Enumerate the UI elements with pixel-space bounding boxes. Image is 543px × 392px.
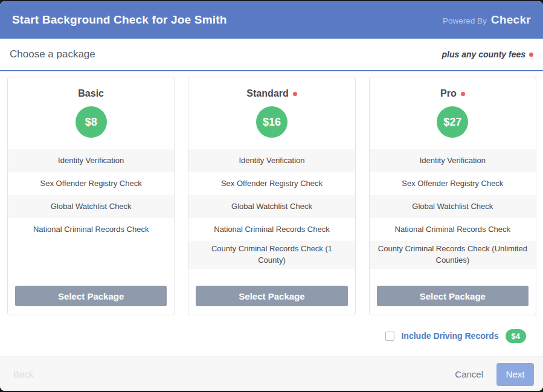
driving-records-price-badge: $4	[506, 329, 526, 343]
required-dot-icon	[293, 92, 297, 96]
county-fees-text: plus any county fees	[442, 50, 525, 59]
feature-item: Sex Offender Registry Check	[188, 172, 355, 195]
package-name: Standard	[246, 88, 288, 99]
modal-header: Start Background Check for Joe Smith Pow…	[0, 1, 543, 39]
feature-item: County Criminal Records Check (Unlimited…	[370, 241, 536, 269]
price-badge-pro: $27	[437, 106, 468, 138]
package-title-basic: Basic	[8, 88, 174, 100]
package-name: Basic	[78, 88, 104, 99]
choose-package-title: Choose a package	[10, 48, 95, 60]
select-package-button-standard[interactable]: Select Package	[196, 286, 347, 306]
select-package-button-basic[interactable]: Select Package	[15, 286, 167, 306]
package-card-standard: Standard $16 Identity Verification Sex O…	[188, 77, 355, 315]
package-title-standard: Standard	[188, 88, 355, 100]
feature-item: Global Watchlist Check	[370, 195, 536, 218]
include-driving-records-label[interactable]: Include Driving Records	[401, 331, 498, 341]
package-cards: Basic $8 Identity Verification Sex Offen…	[0, 71, 543, 315]
select-package-button-pro[interactable]: Select Package	[377, 286, 529, 306]
feature-item: National Criminal Records Check	[188, 218, 355, 241]
price-badge-basic: $8	[76, 106, 107, 138]
checkr-logo: Checkr	[491, 13, 531, 27]
feature-list-basic: Identity Verification Sex Offender Regis…	[8, 149, 174, 241]
feature-item: Identity Verification	[370, 149, 536, 172]
package-card-basic: Basic $8 Identity Verification Sex Offen…	[7, 77, 175, 315]
include-driving-records-checkbox[interactable]	[385, 332, 394, 341]
cancel-button[interactable]: Cancel	[455, 369, 483, 379]
price-badge-standard: $16	[256, 106, 288, 138]
feature-item: Global Watchlist Check	[8, 195, 174, 218]
background-check-modal: Start Background Check for Joe Smith Pow…	[0, 1, 543, 391]
feature-item: County Criminal Records Check (1 County)	[188, 241, 355, 269]
feature-item: Identity Verification	[188, 149, 355, 172]
package-price: $16	[263, 116, 281, 129]
required-dot-icon	[461, 92, 465, 96]
subheader: Choose a package plus any county fees	[0, 39, 543, 71]
package-card-pro: Pro $27 Identity Verification Sex Offend…	[369, 77, 536, 315]
county-fees-note: plus any county fees	[442, 50, 533, 59]
next-button[interactable]: Next	[496, 363, 534, 386]
required-dot-icon	[529, 53, 533, 57]
feature-item: Global Watchlist Check	[188, 195, 355, 218]
feature-item: Sex Offender Registry Check	[8, 172, 174, 195]
feature-item: National Criminal Records Check	[8, 218, 174, 241]
modal-footer: Back Cancel Next	[0, 356, 543, 391]
package-price: $8	[85, 116, 97, 129]
feature-item: National Criminal Records Check	[370, 218, 536, 241]
driving-records-addon-row: Include Driving Records $4	[0, 329, 543, 343]
modal-title: Start Background Check for Joe Smith	[12, 13, 227, 27]
feature-list-pro: Identity Verification Sex Offender Regis…	[370, 149, 536, 269]
powered-by-label: Powered By	[443, 16, 487, 25]
back-button[interactable]: Back	[13, 369, 33, 379]
powered-by-group: Powered By Checkr	[443, 13, 531, 27]
package-price: $27	[443, 116, 461, 129]
feature-item: Sex Offender Registry Check	[370, 172, 536, 195]
feature-item: Identity Verification	[8, 149, 174, 172]
feature-list-standard: Identity Verification Sex Offender Regis…	[188, 149, 355, 269]
package-name: Pro	[440, 88, 457, 99]
package-title-pro: Pro	[370, 88, 536, 100]
